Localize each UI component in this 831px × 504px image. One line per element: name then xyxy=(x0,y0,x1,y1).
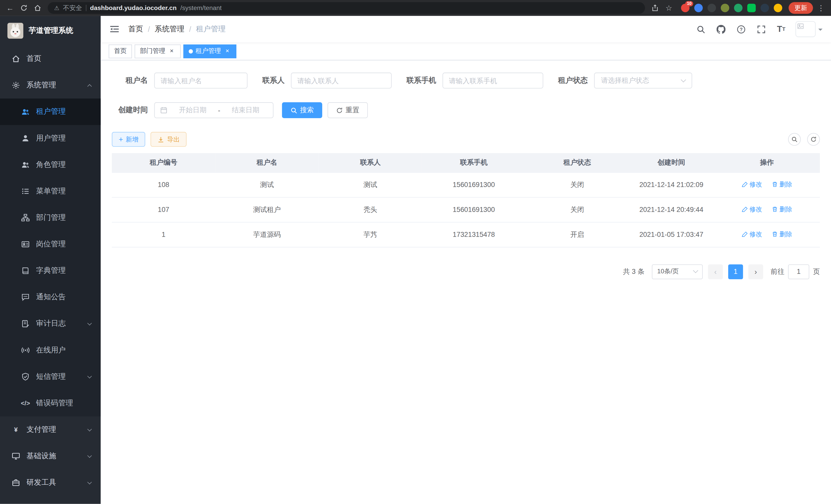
chevron-down-icon xyxy=(87,321,92,325)
date-range-picker[interactable]: 开始日期 - 结束日期 xyxy=(154,102,274,118)
back-arrow-icon: ← xyxy=(6,4,14,12)
extension-icon[interactable] xyxy=(734,4,743,12)
page-size-select[interactable]: 10条/页 xyxy=(652,264,703,279)
fullscreen-button[interactable] xyxy=(755,23,767,35)
sidebar-item-post[interactable]: 岗位管理 xyxy=(0,231,101,258)
trash-icon xyxy=(771,231,778,238)
extension-icon[interactable] xyxy=(721,4,729,12)
sidebar-item-user[interactable]: 用户管理 xyxy=(0,125,101,152)
edit-link[interactable]: 修改 xyxy=(742,230,762,239)
sidebar-item-tenant[interactable]: 租户管理 xyxy=(0,99,101,125)
kebab-icon: ⋮ xyxy=(817,4,825,12)
github-icon xyxy=(716,25,725,34)
goto-page-input[interactable] xyxy=(788,264,809,279)
url-domain: dashboard.yudao.iocoder.cn xyxy=(90,4,176,12)
sidebar-item-infra[interactable]: 基础设施 xyxy=(0,443,101,469)
delete-link[interactable]: 删除 xyxy=(771,180,792,189)
gear-icon xyxy=(11,81,20,90)
contact-input[interactable] xyxy=(291,73,392,89)
extension-icon[interactable] xyxy=(774,4,782,12)
breadcrumb-home[interactable]: 首页 xyxy=(128,24,143,34)
share-icon xyxy=(651,4,659,12)
sidebar-item-dict[interactable]: 字典管理 xyxy=(0,258,101,284)
close-icon[interactable]: × xyxy=(224,48,231,55)
security-label: 不安全 xyxy=(63,3,82,12)
extension-icon[interactable] xyxy=(694,4,703,12)
avatar xyxy=(796,21,815,37)
extension-icon[interactable] xyxy=(747,4,756,12)
cell-phone: 15601691300 xyxy=(422,197,525,222)
breadcrumb-system[interactable]: 系统管理 xyxy=(155,24,184,34)
extension-icon[interactable]: 10 xyxy=(681,4,689,12)
trash-icon xyxy=(771,206,778,213)
document-edit-icon xyxy=(21,320,30,328)
delete-link[interactable]: 删除 xyxy=(771,205,792,214)
sidebar-item-notice[interactable]: 通知公告 xyxy=(0,284,101,310)
status-select[interactable]: 请选择租户状态 xyxy=(594,73,692,89)
extension-icon[interactable] xyxy=(708,4,716,12)
sidebar-item-menu[interactable]: 菜单管理 xyxy=(0,178,101,205)
toggle-search-button[interactable] xyxy=(788,133,801,146)
cell-id: 108 xyxy=(112,172,215,197)
font-size-button[interactable]: TT xyxy=(775,23,787,35)
reset-button[interactable]: 重置 xyxy=(327,102,368,118)
github-button[interactable] xyxy=(715,23,726,35)
logo[interactable]: 芋道管理系统 xyxy=(0,16,101,46)
share-button[interactable] xyxy=(649,2,661,13)
browser-reload-button[interactable] xyxy=(18,2,30,13)
phone-label: 联系手机 xyxy=(406,76,442,85)
refresh-icon xyxy=(336,107,343,114)
sidebar-item-devtools[interactable]: 研发工具 xyxy=(0,469,101,496)
sidebar-item-sms[interactable]: 短信管理 xyxy=(0,363,101,390)
sidebar-item-dept[interactable]: 部门管理 xyxy=(0,205,101,231)
help-button[interactable]: ? xyxy=(735,23,747,35)
navbar-actions: ? TT xyxy=(695,21,823,37)
sidebar-item-audit-log[interactable]: 审计日志 xyxy=(0,310,101,337)
sidebar-item-home[interactable]: 首页 xyxy=(0,46,101,72)
sidebar-item-error-code[interactable]: </> 错误码管理 xyxy=(0,390,101,416)
tab-home[interactable]: 首页 xyxy=(109,44,132,58)
add-button[interactable]: + 新增 xyxy=(112,132,145,147)
header-search-button[interactable] xyxy=(695,23,706,35)
edit-link[interactable]: 修改 xyxy=(742,180,762,189)
browser-menu-button[interactable]: ⋮ xyxy=(815,2,827,13)
chevron-down-icon xyxy=(87,427,92,431)
page-number-1[interactable]: 1 xyxy=(728,264,743,279)
tenant-table: 租户编号 租户名 联系人 联系手机 租户状态 创建时间 操作 108 测试 xyxy=(112,153,820,247)
browser-back-button[interactable]: ← xyxy=(4,2,16,13)
address-bar[interactable]: ⚠ 不安全 dashboard.yudao.iocoder.cn /system… xyxy=(48,2,645,13)
export-button[interactable]: 导出 xyxy=(150,132,187,147)
browser-update-button[interactable]: 更新 xyxy=(789,2,813,13)
close-icon[interactable]: × xyxy=(168,48,175,55)
tab-tenant-active[interactable]: 租户管理 × xyxy=(183,44,236,58)
shield-icon xyxy=(21,373,30,381)
browser-home-button[interactable] xyxy=(32,2,44,13)
status-select-placeholder: 请选择租户状态 xyxy=(601,76,649,85)
tenant-name-input[interactable] xyxy=(154,73,248,89)
refresh-table-button[interactable] xyxy=(807,133,820,146)
cell-phone: 17321315478 xyxy=(422,222,525,247)
edit-link[interactable]: 修改 xyxy=(742,205,762,214)
tenant-name-label: 租户名 xyxy=(112,76,154,85)
sidebar-item-system[interactable]: 系统管理 xyxy=(0,72,101,99)
phone-input[interactable] xyxy=(442,73,543,89)
cell-contact: 芋艿 xyxy=(319,222,422,247)
next-page-button[interactable]: › xyxy=(748,264,763,279)
sidebar-item-payment[interactable]: ¥ 支付管理 xyxy=(0,416,101,443)
sidebar-collapse-button[interactable] xyxy=(109,24,120,34)
sidebar-item-online-users[interactable]: 在线用户 xyxy=(0,337,101,363)
extension-icon[interactable] xyxy=(761,4,769,12)
org-tree-icon xyxy=(21,213,30,222)
question-icon: ? xyxy=(737,25,745,34)
filter-tenant-name: 租户名 xyxy=(112,73,248,89)
bookmark-button[interactable]: ☆ xyxy=(663,2,675,13)
sidebar-item-role[interactable]: 角色管理 xyxy=(0,152,101,178)
search-button[interactable]: 搜索 xyxy=(282,102,322,118)
tab-dept[interactable]: 部门管理 × xyxy=(135,44,181,58)
user-menu[interactable] xyxy=(796,21,823,37)
sidebar-item-label: 用户管理 xyxy=(36,134,66,143)
prev-page-button[interactable]: ‹ xyxy=(708,264,723,279)
delete-link[interactable]: 删除 xyxy=(771,230,792,239)
yen-icon: ¥ xyxy=(11,425,20,434)
list-icon xyxy=(21,187,30,196)
